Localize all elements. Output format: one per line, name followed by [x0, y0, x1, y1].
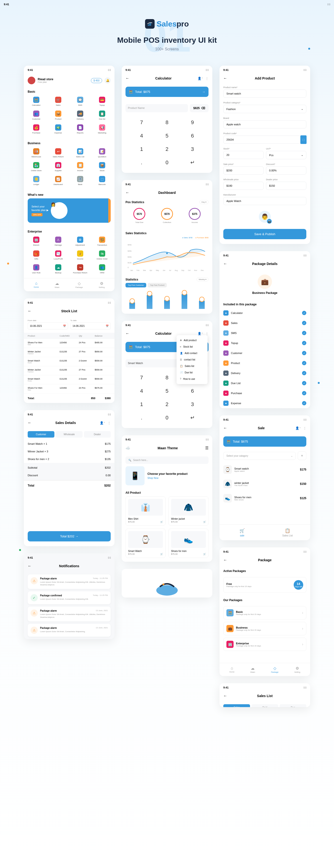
- back-button[interactable]: ←: [28, 421, 32, 425]
- more-icon[interactable]: ⋮: [205, 76, 208, 80]
- manufacturer-input[interactable]: Apple Watch: [223, 197, 306, 205]
- tab-1[interactable]: Top Five Product: [148, 283, 167, 287]
- icon-backup[interactable]: ☁Backup: [48, 263, 69, 275]
- table-row[interactable]: Winter JacketFashionDJ123527 Pcs$558.00: [24, 366, 114, 375]
- product-card[interactable]: 👔Men Shirt$75.00🛒: [126, 496, 166, 526]
- nav-setting[interactable]: ⚙Setting: [294, 666, 300, 673]
- nav-package[interactable]: ◇Package: [271, 666, 278, 673]
- back-button[interactable]: ←: [223, 694, 227, 698]
- icon-gifts[interactable]: 🎁Gifts: [26, 249, 47, 261]
- icon-barcode[interactable]: ⬚Barcode: [92, 175, 112, 187]
- key-4[interactable]: 4: [131, 388, 152, 394]
- table-row[interactable]: Smart WatchRolexDJ12352 Dozen$558.00: [24, 375, 114, 384]
- user-add-icon[interactable]: 👤⁺: [295, 426, 301, 430]
- back-button[interactable]: ←: [28, 564, 32, 568]
- package-enterprise[interactable]: 🏢EnterprisePackage only for first 15 day…: [223, 638, 306, 651]
- key-3[interactable]: 3: [182, 401, 203, 407]
- icon-quotation[interactable]: 📝Quotation: [92, 147, 112, 159]
- day-dropdown[interactable]: Day ▾: [199, 200, 208, 204]
- key-6[interactable]: 6: [182, 133, 203, 139]
- nav-setting[interactable]: ⚙Setting: [99, 281, 105, 288]
- key-7[interactable]: 7: [131, 119, 152, 126]
- notification[interactable]: ⚠Package alarm13 June, 2021Lorem Ipsum D…: [28, 607, 111, 621]
- icon-calculator[interactable]: 🧮Calculator: [26, 95, 47, 108]
- key-3[interactable]: 3: [182, 146, 203, 152]
- user-add-icon[interactable]: 👤⁺: [198, 76, 203, 80]
- package-basic[interactable]: 🧮BasicPackage only for first 15 days›: [223, 606, 306, 619]
- sales-list-tab[interactable]: 📋Sales List: [265, 525, 310, 540]
- icon-sales-list[interactable]: 📊Sales List: [70, 147, 91, 159]
- icon-damage[interactable]: ⚠Damage: [48, 235, 69, 248]
- avatar[interactable]: [28, 76, 35, 84]
- key-7[interactable]: 7: [131, 375, 152, 381]
- key-0[interactable]: 0: [157, 159, 177, 166]
- key-.[interactable]: .: [131, 415, 152, 421]
- tab-due[interactable]: Due: [279, 704, 306, 707]
- notification[interactable]: ✓Package confirmedToday - 11:25 PMLorem …: [28, 591, 111, 604]
- icon-transection[interactable]: 💱Transection: [92, 235, 112, 248]
- total-bar[interactable]: 🧮Total: $875→: [126, 87, 208, 97]
- tab-sales[interactable]: Sales: [223, 704, 250, 707]
- icon-reports[interactable]: 📄Reports: [70, 123, 91, 135]
- nav-home[interactable]: ⌂Home: [34, 281, 39, 288]
- barcode-icon[interactable]: ⬚: [300, 135, 307, 144]
- icon-customer[interactable]: 👥Customer: [26, 109, 47, 122]
- back-button[interactable]: ←: [223, 76, 227, 81]
- cart-icon[interactable]: 🛒: [160, 553, 163, 555]
- tab-paid[interactable]: Paid: [252, 704, 278, 707]
- key-↵[interactable]: ↵: [182, 415, 203, 421]
- icon-marketing[interactable]: 📢Marketing: [92, 123, 112, 135]
- icon-invoice[interactable]: 🧾Invoice: [70, 161, 91, 173]
- product-card[interactable]: 🧥Winter jacket$75.00🛒: [168, 496, 208, 526]
- to-date-input[interactable]: 14-06-2021📅: [70, 322, 111, 330]
- menu-stock-list[interactable]: ≡Stock list: [176, 343, 207, 350]
- key-1[interactable]: 1: [131, 146, 152, 152]
- product-card[interactable]: ⌚Smart Watch$75.00🛒: [126, 529, 166, 558]
- user-add-icon[interactable]: 👤⁺: [100, 421, 105, 425]
- tab-wholesale[interactable]: Wholesale: [56, 431, 82, 438]
- key-9[interactable]: 9: [182, 119, 203, 126]
- icon-topup[interactable]: 💳Topup: [92, 95, 112, 108]
- icon-sales-return[interactable]: ↩Sales Return: [48, 147, 69, 159]
- table-row[interactable]: Shoes For MenNike12345624 Pcs$675.00: [24, 384, 114, 394]
- table-row[interactable]: Shoes For MenNike12345624 Pcs$485.00: [24, 339, 114, 348]
- key-8[interactable]: 8: [157, 119, 177, 126]
- promo-card[interactable]: Select yourfavorite plan ▶ 15% OFF 👩: [28, 198, 111, 223]
- back-button[interactable]: ←: [126, 190, 129, 195]
- table-row[interactable]: Winter JacketFashionDJ123527 Pcs$958.00: [24, 348, 114, 357]
- category-select[interactable]: Fashion⌄: [223, 105, 306, 113]
- photo-upload[interactable]: 👨📷: [259, 211, 271, 223]
- from-date-input[interactable]: 10-06-2021📅: [28, 322, 68, 330]
- icon-hrm[interactable]: 👥HRM: [92, 263, 112, 275]
- key-8[interactable]: 8: [157, 375, 177, 381]
- nav-maan[interactable]: ☁Maan: [55, 281, 59, 288]
- add-button[interactable]: +: [298, 452, 306, 460]
- icon-warehouse[interactable]: 🏭Warehouse: [26, 147, 47, 159]
- back-button[interactable]: ←: [126, 331, 129, 336]
- shop-now-link[interactable]: Shop Now: [147, 477, 188, 479]
- nav-home[interactable]: ⌂Home: [229, 666, 234, 673]
- cart-item[interactable]: ⌚Smart watchApple watch$175: [220, 462, 310, 477]
- menu-sales-list[interactable]: 📋Sales list: [176, 363, 207, 369]
- cart-icon[interactable]: 🛒: [203, 521, 206, 523]
- cart-icon[interactable]: 🛒: [203, 553, 206, 555]
- key-4[interactable]: 4: [131, 133, 152, 139]
- key-6[interactable]: 6: [182, 388, 203, 394]
- back-button[interactable]: ←: [223, 426, 227, 430]
- icon-loss-profit[interactable]: 📉Loss/Profit: [48, 249, 69, 261]
- discount-input[interactable]: 0.00%: [266, 166, 306, 175]
- icon-ledger[interactable]: 📒Ledger: [26, 175, 47, 187]
- icon-bank[interactable]: 🏦Bank: [70, 175, 91, 187]
- icon-due-list[interactable]: 📋Due list: [92, 109, 112, 122]
- backspace-icon[interactable]: ⌫: [201, 106, 205, 110]
- icon-sales[interactable]: 🛒Sales: [48, 95, 69, 108]
- icon-purchase-return[interactable]: ↪Purchase Return: [70, 263, 91, 275]
- icon-stock[interactable]: 📦Stock: [92, 161, 112, 173]
- search-input[interactable]: 🔍Search here...: [126, 457, 208, 464]
- product-card[interactable]: 👟Shoes for men$75.00🛒: [168, 529, 208, 558]
- back-button[interactable]: ←: [223, 558, 227, 562]
- icon-adjustment[interactable]: ⚙Adjustment: [70, 235, 91, 248]
- back-button[interactable]: ←: [126, 76, 129, 81]
- key-5[interactable]: 5: [157, 133, 177, 139]
- back-button[interactable]: ←: [223, 261, 227, 266]
